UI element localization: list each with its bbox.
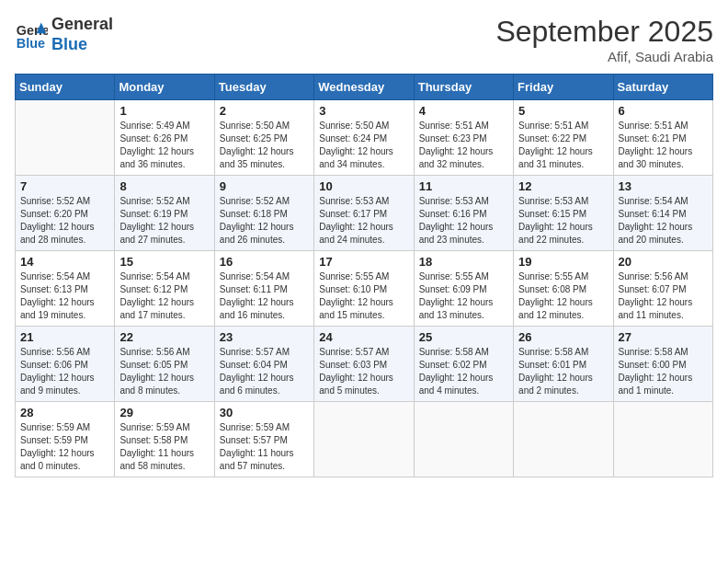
calendar-cell: 28Sunrise: 5:59 AM Sunset: 5:59 PM Dayli… (16, 402, 115, 477)
day-number: 30 (220, 406, 309, 419)
day-info: Sunrise: 5:58 AM Sunset: 6:01 PM Dayligh… (518, 346, 608, 397)
calendar-cell: 18Sunrise: 5:55 AM Sunset: 6:09 PM Dayli… (414, 251, 513, 327)
calendar-cell: 25Sunrise: 5:58 AM Sunset: 6:02 PM Dayli… (414, 327, 513, 402)
page-header: General Blue General Blue September 2025… (15, 15, 713, 64)
day-info: Sunrise: 5:57 AM Sunset: 6:04 PM Dayligh… (220, 346, 309, 397)
day-number: 19 (518, 255, 608, 269)
day-info: Sunrise: 5:58 AM Sunset: 6:00 PM Dayligh… (619, 346, 708, 397)
calendar-cell: 10Sunrise: 5:53 AM Sunset: 6:17 PM Dayli… (314, 176, 414, 251)
day-number: 2 (220, 104, 309, 118)
day-number: 1 (119, 104, 209, 118)
logo-icon: General Blue (15, 18, 48, 52)
calendar-cell: 5Sunrise: 5:51 AM Sunset: 6:22 PM Daylig… (514, 100, 613, 176)
day-number: 4 (419, 104, 508, 118)
svg-text:Blue: Blue (17, 36, 45, 51)
calendar-cell: 12Sunrise: 5:53 AM Sunset: 6:15 PM Dayli… (514, 176, 613, 251)
day-info: Sunrise: 5:53 AM Sunset: 6:15 PM Dayligh… (518, 195, 608, 247)
day-info: Sunrise: 5:51 AM Sunset: 6:23 PM Dayligh… (419, 120, 508, 171)
column-header-tuesday: Tuesday (214, 75, 313, 100)
calendar-cell: 9Sunrise: 5:52 AM Sunset: 6:18 PM Daylig… (214, 176, 313, 251)
calendar-cell: 6Sunrise: 5:51 AM Sunset: 6:21 PM Daylig… (613, 100, 712, 176)
calendar-cell: 27Sunrise: 5:58 AM Sunset: 6:00 PM Dayli… (613, 327, 712, 402)
week-row-3: 14Sunrise: 5:54 AM Sunset: 6:13 PM Dayli… (16, 251, 713, 327)
day-info: Sunrise: 5:59 AM Sunset: 5:59 PM Dayligh… (20, 421, 109, 473)
calendar-cell: 19Sunrise: 5:55 AM Sunset: 6:08 PM Dayli… (514, 251, 613, 327)
day-number: 15 (119, 255, 209, 269)
logo: General Blue General Blue (15, 15, 113, 54)
day-number: 21 (20, 330, 109, 344)
day-info: Sunrise: 5:54 AM Sunset: 6:14 PM Dayligh… (619, 195, 708, 247)
column-header-monday: Monday (115, 75, 214, 100)
day-info: Sunrise: 5:53 AM Sunset: 6:16 PM Dayligh… (419, 195, 508, 247)
calendar-cell: 15Sunrise: 5:54 AM Sunset: 6:12 PM Dayli… (115, 251, 214, 327)
day-number: 11 (419, 179, 508, 193)
calendar-cell (314, 402, 414, 477)
day-info: Sunrise: 5:52 AM Sunset: 6:20 PM Dayligh… (20, 195, 109, 247)
calendar-cell: 16Sunrise: 5:54 AM Sunset: 6:11 PM Dayli… (214, 251, 313, 327)
calendar-cell: 20Sunrise: 5:56 AM Sunset: 6:07 PM Dayli… (613, 251, 712, 327)
day-number: 14 (20, 255, 109, 269)
day-number: 24 (319, 330, 408, 344)
day-number: 26 (518, 330, 608, 344)
day-number: 28 (20, 406, 109, 419)
day-info: Sunrise: 5:55 AM Sunset: 6:09 PM Dayligh… (419, 270, 508, 322)
calendar-cell: 21Sunrise: 5:56 AM Sunset: 6:06 PM Dayli… (16, 327, 115, 402)
day-number: 20 (619, 255, 708, 269)
day-info: Sunrise: 5:51 AM Sunset: 6:21 PM Dayligh… (619, 120, 708, 171)
week-row-5: 28Sunrise: 5:59 AM Sunset: 5:59 PM Dayli… (16, 402, 713, 477)
day-number: 29 (119, 406, 209, 419)
calendar-cell: 22Sunrise: 5:56 AM Sunset: 6:05 PM Dayli… (115, 327, 214, 402)
day-info: Sunrise: 5:53 AM Sunset: 6:17 PM Dayligh… (319, 195, 408, 247)
day-number: 12 (518, 179, 608, 193)
day-info: Sunrise: 5:57 AM Sunset: 6:03 PM Dayligh… (319, 346, 408, 397)
column-header-wednesday: Wednesday (314, 75, 414, 100)
day-number: 8 (119, 179, 209, 193)
week-row-2: 7Sunrise: 5:52 AM Sunset: 6:20 PM Daylig… (16, 176, 713, 251)
calendar-cell (514, 402, 613, 477)
day-number: 25 (419, 330, 508, 344)
day-info: Sunrise: 5:52 AM Sunset: 6:18 PM Dayligh… (220, 195, 309, 247)
day-number: 18 (419, 255, 508, 269)
calendar-cell: 11Sunrise: 5:53 AM Sunset: 6:16 PM Dayli… (414, 176, 513, 251)
day-info: Sunrise: 5:55 AM Sunset: 6:10 PM Dayligh… (319, 270, 408, 322)
calendar-header-row: SundayMondayTuesdayWednesdayThursdayFrid… (16, 75, 713, 100)
calendar-cell: 1Sunrise: 5:49 AM Sunset: 6:26 PM Daylig… (115, 100, 214, 176)
calendar-body: 1Sunrise: 5:49 AM Sunset: 6:26 PM Daylig… (16, 100, 713, 477)
calendar-cell: 8Sunrise: 5:52 AM Sunset: 6:19 PM Daylig… (115, 176, 214, 251)
day-info: Sunrise: 5:52 AM Sunset: 6:19 PM Dayligh… (119, 195, 209, 247)
logo-text-general: General (51, 15, 113, 35)
calendar-cell: 3Sunrise: 5:50 AM Sunset: 6:24 PM Daylig… (314, 100, 414, 176)
location-subtitle: Afif, Saudi Arabia (495, 49, 713, 64)
calendar-cell: 29Sunrise: 5:59 AM Sunset: 5:58 PM Dayli… (115, 402, 214, 477)
day-number: 27 (619, 330, 708, 344)
calendar-cell (613, 402, 712, 477)
day-number: 7 (20, 179, 109, 193)
day-number: 10 (319, 179, 408, 193)
column-header-friday: Friday (514, 75, 613, 100)
column-header-sunday: Sunday (16, 75, 115, 100)
month-title: September 2025 (495, 15, 713, 49)
day-info: Sunrise: 5:54 AM Sunset: 6:13 PM Dayligh… (20, 270, 109, 322)
logo-text-blue: Blue (51, 35, 113, 55)
calendar-cell: 14Sunrise: 5:54 AM Sunset: 6:13 PM Dayli… (16, 251, 115, 327)
day-number: 23 (220, 330, 309, 344)
day-info: Sunrise: 5:58 AM Sunset: 6:02 PM Dayligh… (419, 346, 508, 397)
calendar-cell: 30Sunrise: 5:59 AM Sunset: 5:57 PM Dayli… (214, 402, 313, 477)
day-number: 17 (319, 255, 408, 269)
calendar-cell: 23Sunrise: 5:57 AM Sunset: 6:04 PM Dayli… (214, 327, 313, 402)
calendar-cell: 24Sunrise: 5:57 AM Sunset: 6:03 PM Dayli… (314, 327, 414, 402)
day-number: 22 (119, 330, 209, 344)
week-row-1: 1Sunrise: 5:49 AM Sunset: 6:26 PM Daylig… (16, 100, 713, 176)
column-header-saturday: Saturday (613, 75, 712, 100)
day-number: 9 (220, 179, 309, 193)
week-row-4: 21Sunrise: 5:56 AM Sunset: 6:06 PM Dayli… (16, 327, 713, 402)
column-header-thursday: Thursday (414, 75, 513, 100)
day-number: 16 (220, 255, 309, 269)
day-info: Sunrise: 5:50 AM Sunset: 6:24 PM Dayligh… (319, 120, 408, 171)
calendar-cell: 17Sunrise: 5:55 AM Sunset: 6:10 PM Dayli… (314, 251, 414, 327)
day-info: Sunrise: 5:56 AM Sunset: 6:05 PM Dayligh… (119, 346, 209, 397)
calendar-cell: 26Sunrise: 5:58 AM Sunset: 6:01 PM Dayli… (514, 327, 613, 402)
calendar-cell: 13Sunrise: 5:54 AM Sunset: 6:14 PM Dayli… (613, 176, 712, 251)
day-info: Sunrise: 5:56 AM Sunset: 6:06 PM Dayligh… (20, 346, 109, 397)
calendar-cell (414, 402, 513, 477)
